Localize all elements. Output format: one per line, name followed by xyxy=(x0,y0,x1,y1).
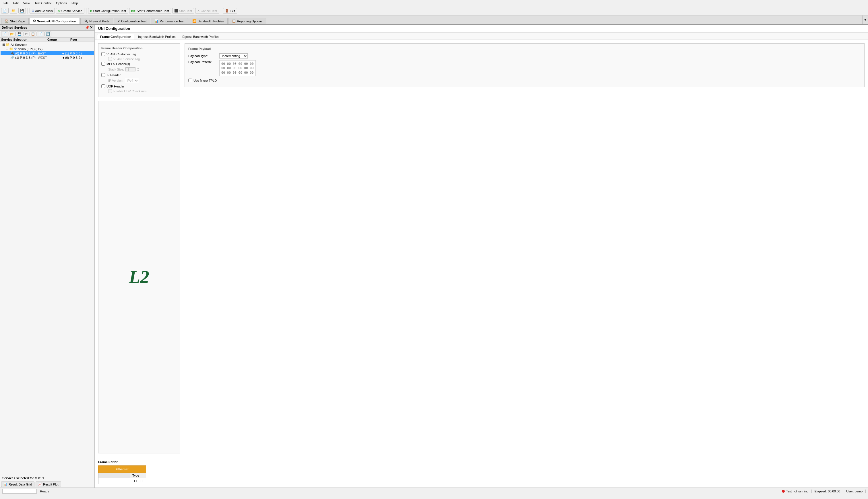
vlan-customer-checkbox[interactable] xyxy=(101,52,105,56)
bottom-tabs: 📊 Result Data Grid 📈 Result Plot xyxy=(0,481,94,488)
sub-tabs: Frame Configuration Ingress Bandwidth Pr… xyxy=(95,33,868,40)
demo-group-icon: 📁 xyxy=(9,47,13,51)
stack-size-input[interactable] xyxy=(126,68,135,71)
toolbar-save-btn[interactable]: 💾 xyxy=(19,8,26,13)
test-status-section: Test not running xyxy=(779,489,811,493)
payload-pattern-line3: 00 00 00 00 00 00 xyxy=(221,71,254,75)
create-service-btn[interactable]: ⊕ Create Service xyxy=(56,8,84,13)
frame-payload-title: Frame Payload xyxy=(188,47,861,50)
ethernet-row: Ethernet xyxy=(98,466,146,473)
payload-type-select[interactable]: Incrementing Decrementing Random Fixed xyxy=(219,53,248,59)
port0-group: EAST xyxy=(38,52,61,55)
test-status-dot xyxy=(782,490,785,493)
vlan-service-checkbox[interactable] xyxy=(108,57,112,61)
ip-version-select[interactable]: IPv4 IPv6 xyxy=(125,78,139,83)
enable-udp-checkbox[interactable] xyxy=(108,89,112,93)
tab-dropdown-btn[interactable]: ▼ xyxy=(862,15,868,24)
statusbar-right: Test not running Elapsed: 00:00:00 User:… xyxy=(779,489,866,493)
bandwidth-icon: 📶 xyxy=(192,19,196,23)
port0-icon: 🔌 xyxy=(10,51,14,55)
port1-arrow: ◄ xyxy=(61,56,64,59)
micro-tpld-row: Use Micro-TPLD xyxy=(188,78,861,82)
port1-icon: 🔗 xyxy=(10,56,14,59)
cancel-test-btn[interactable]: ✕ Cancel Test xyxy=(195,8,219,13)
panel-close-btn[interactable]: ✕ xyxy=(90,25,93,29)
tab-bandwidth-profiles[interactable]: 📶 Bandwidth Profiles xyxy=(189,18,227,24)
stop-icon: ⬛ xyxy=(174,9,178,13)
left-refresh-btn[interactable]: 🔄 xyxy=(45,32,51,36)
tab-start-page[interactable]: 🏠 Start Page xyxy=(1,18,29,24)
mpls-checkbox[interactable] xyxy=(101,62,105,66)
start-config-test-btn[interactable]: ▶ Start Configuration Test xyxy=(88,8,128,13)
panel-pin-btn[interactable]: 📌 xyxy=(85,25,89,29)
left-cut-btn[interactable]: ✂ xyxy=(24,32,29,36)
start-perf-test-btn[interactable]: ▶▶ Start Performance Test xyxy=(129,8,171,13)
services-count: 1 xyxy=(42,476,44,480)
tree-all-services[interactable]: ⊟ 📁 All Services xyxy=(1,42,94,47)
udp-header-label: UDP Header xyxy=(107,85,124,88)
tree-port-1[interactable]: 🔗 (1) P-0-3-3 (P) WEST ◄ (0) P-0-3-2 ( xyxy=(1,55,94,60)
tab-performance-test[interactable]: 📊 Performance Test xyxy=(151,18,188,24)
defined-services-title: Defined Services xyxy=(2,26,27,29)
result-plot-tab[interactable]: 📈 Result Plot xyxy=(36,482,61,487)
service-tree: ⊟ 📁 All Services ⊟ 📁 ⚙ demo (EPL) (U:2) … xyxy=(0,42,94,475)
group-col: Group xyxy=(47,38,70,41)
frame-header-title: Frame Header Composition xyxy=(101,47,177,50)
menu-file[interactable]: File xyxy=(1,1,11,5)
tab-physical-ports[interactable]: 🔌 Physical Ports xyxy=(80,18,113,24)
statusbar-ready: Ready xyxy=(40,489,49,493)
toolbar-new-btn[interactable]: 📄 xyxy=(1,8,9,13)
frame-editor-title: Frame Editor xyxy=(98,460,180,464)
sub-tab-ingress[interactable]: Ingress Bandwidth Profiles xyxy=(135,34,179,39)
peer-col: Peer xyxy=(70,38,93,41)
left-toolbar: 📄 📂 💾 ✂ 📋 📄 🔄 xyxy=(0,31,94,38)
section-title: UNI Configuration xyxy=(95,25,868,33)
tree-port-0[interactable]: 🔌 (0) P-0-3-2 (P) EAST ◄ (1) P-0-3-3 ( xyxy=(1,51,94,55)
vlan-service-label: VLAN: Service Tag xyxy=(114,57,140,61)
left-paste-btn[interactable]: 📄 xyxy=(37,32,44,36)
enable-udp-label: Enable UDP Checksum xyxy=(114,89,146,93)
menu-options[interactable]: Options xyxy=(54,1,69,5)
right-panel: UNI Configuration Frame Configuration In… xyxy=(95,25,868,488)
micro-tpld-checkbox[interactable] xyxy=(188,78,192,82)
toolbar-open-btn[interactable]: 📂 xyxy=(10,8,17,13)
tab-reporting-options[interactable]: 📋 Reporting Options xyxy=(228,18,266,24)
left-copy-btn[interactable]: 📋 xyxy=(29,32,36,36)
tab-service-uni-config[interactable]: ⚙ Service/UNI Configuration xyxy=(29,18,80,24)
vlan-customer-row: VLAN: Customer Tag xyxy=(101,52,177,56)
left-new-btn[interactable]: 📄 xyxy=(1,32,8,36)
udp-header-checkbox[interactable] xyxy=(101,84,105,88)
exit-btn[interactable]: 🚪 Exit xyxy=(223,8,237,13)
toolbar-sep-1 xyxy=(27,8,28,14)
config-test-icon: ✔ xyxy=(117,19,120,23)
menu-test-control[interactable]: Test Control xyxy=(32,1,54,5)
stack-size-spinner[interactable]: ▲ ▼ xyxy=(137,67,139,72)
l2-logo: L2 xyxy=(98,101,180,453)
left-panel: Defined Services 📌 ✕ 📄 📂 💾 ✂ 📋 📄 🔄 Servi… xyxy=(0,25,95,488)
menu-help[interactable]: Help xyxy=(69,1,80,5)
test-status-text: Test not running xyxy=(786,489,808,493)
result-data-grid-tab[interactable]: 📊 Result Data Grid xyxy=(1,482,34,487)
service-list-header: Service Selection Group Peer xyxy=(0,38,94,42)
sub-tab-frame-config[interactable]: Frame Configuration xyxy=(97,34,134,39)
sub-tab-egress[interactable]: Egress Bandwidth Profiles xyxy=(179,34,222,39)
ip-header-checkbox[interactable] xyxy=(101,73,105,77)
add-chassis-icon: ⊞ xyxy=(32,9,34,13)
exit-icon: 🚪 xyxy=(225,9,229,13)
stop-test-btn[interactable]: ⬛ Stop Test xyxy=(172,8,194,13)
menu-edit[interactable]: Edit xyxy=(11,1,21,5)
tree-demo-group[interactable]: ⊟ 📁 ⚙ demo (EPL) (U:2) xyxy=(1,47,94,51)
demo-expand-icon: ⊟ xyxy=(6,47,8,51)
menu-view[interactable]: View xyxy=(21,1,33,5)
statusbar-search[interactable] xyxy=(2,489,37,494)
services-selected: Services selected for test: 1 xyxy=(0,475,94,481)
tab-configuration-test[interactable]: ✔ Configuration Test xyxy=(114,18,150,24)
payload-pattern-row: Payload Pattern: 00 00 00 00 00 00 00 00… xyxy=(188,60,861,76)
left-save-btn[interactable]: 💾 xyxy=(16,32,23,36)
stack-size-label: Stack Size: xyxy=(108,68,124,71)
physical-ports-icon: 🔌 xyxy=(84,19,88,23)
add-chassis-btn[interactable]: ⊞ Add Chassis xyxy=(29,8,55,13)
payload-pattern-line1: 00 00 00 00 00 00 xyxy=(221,62,254,66)
statusbar: Ready Test not running Elapsed: 00:00:00… xyxy=(0,488,868,495)
left-open-btn[interactable]: 📂 xyxy=(9,32,15,36)
